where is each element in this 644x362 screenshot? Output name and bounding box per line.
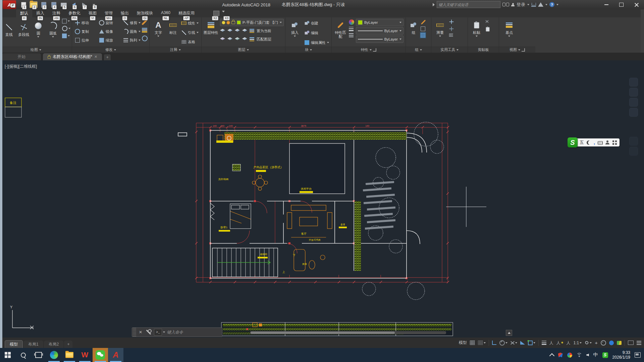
cut-icon[interactable] (486, 20, 489, 23)
graphics-performance-icon[interactable] (617, 341, 622, 345)
ribbon-tab-4[interactable]: 视图VI (85, 9, 101, 17)
edit-block-button[interactable]: 编辑 (304, 28, 329, 37)
clean-screen-icon[interactable] (628, 341, 634, 345)
rectangle-button[interactable] (62, 19, 70, 23)
dimension-button[interactable]: 标注 (166, 19, 180, 35)
id-point-icon[interactable] (449, 20, 454, 24)
polyline-button[interactable]: 多段线 (17, 21, 30, 37)
wps-taskbar-icon[interactable]: W (77, 348, 93, 362)
tray-expand-icon[interactable] (549, 353, 554, 358)
command-history-button[interactable] (506, 330, 512, 336)
customization-menu-icon[interactable] (637, 341, 641, 345)
command-line[interactable]: ✕ >_ (132, 327, 222, 337)
sogou-punct-icon[interactable]: , (594, 140, 595, 145)
color-wheel-icon[interactable] (349, 19, 354, 25)
group-button[interactable]: 组 (408, 19, 419, 35)
panel-label-annotate[interactable]: 注释 (150, 47, 201, 53)
panel-label-layers[interactable]: 图层 (202, 47, 285, 53)
match-layer-button[interactable]: 匹配图层 (257, 37, 271, 42)
layout-tab-0[interactable]: 模型 (5, 340, 23, 348)
taskbar-clock[interactable]: 9:33 2026/1/19 (612, 350, 630, 360)
ribbon-tab-7[interactable]: 附加模块Gi (133, 9, 157, 17)
leader-button[interactable]: 引线 (181, 28, 199, 37)
close-button[interactable] (629, 0, 644, 9)
search-icon[interactable] (502, 3, 509, 6)
measure-button[interactable]: 测量 (433, 19, 447, 37)
maximize-button[interactable] (614, 0, 629, 9)
panel-label-draw[interactable]: 绘图 (0, 47, 72, 53)
layer-freeze-icon[interactable] (235, 29, 240, 33)
panel-label-groups[interactable]: 组 (406, 47, 431, 53)
wifi-icon[interactable] (577, 353, 582, 357)
ellipse-button[interactable] (62, 26, 70, 31)
command-line-close-icon[interactable]: ✕ (137, 330, 144, 335)
ungroup-icon[interactable] (421, 20, 426, 24)
a360-caret-icon[interactable] (545, 4, 547, 5)
layer-lock-tool-icon[interactable] (242, 29, 247, 33)
arc-button[interactable]: 圆弧 (47, 19, 59, 38)
autocad-taskbar-icon[interactable]: A (108, 348, 123, 362)
sogou-tray-icon[interactable]: S (602, 352, 608, 358)
viewport-controls[interactable]: [-][俯视][二维线框] (5, 64, 37, 69)
base-button[interactable]: 基点 (502, 19, 516, 37)
object-snap-tracking-icon[interactable] (520, 341, 525, 345)
hardware-acceleration-icon[interactable] (609, 341, 614, 345)
layer-isolate-icon[interactable] (227, 29, 232, 33)
navbar-extra1-icon[interactable] (629, 137, 638, 145)
tray-pinwheel-icon[interactable] (567, 353, 572, 358)
polar-tracking-icon[interactable] (499, 340, 507, 346)
panel-label-block[interactable]: 块 (285, 47, 331, 53)
help-icon[interactable]: ? (549, 2, 554, 7)
wechat-taskbar-icon[interactable] (93, 348, 108, 362)
create-block-button[interactable]: 创建 (304, 19, 329, 27)
panel-label-modify[interactable]: 修改 (72, 47, 149, 53)
table-button[interactable]: 表格 (181, 38, 199, 46)
paste-button[interactable]: 粘贴 (471, 19, 483, 37)
isolate-objects-icon[interactable] (601, 340, 606, 346)
ribbon-minimize-caret-icon[interactable] (222, 11, 225, 12)
annotation-autoscale-icon[interactable]: 人✱ (556, 341, 564, 345)
sogou-mode-label[interactable]: 五 (580, 139, 584, 145)
search-expand-icon[interactable] (433, 3, 435, 6)
panel-label-properties[interactable]: 特性 (332, 47, 406, 53)
copy-button[interactable]: 复制 (75, 27, 99, 36)
navbar-orbit-icon[interactable] (629, 108, 638, 117)
command-line-grip[interactable] (133, 328, 136, 337)
quick-select-icon[interactable] (449, 27, 454, 31)
layer-properties-button[interactable]: 图层特性 (204, 19, 218, 35)
ortho-mode-icon[interactable] (492, 341, 496, 345)
file-tab-close-icon[interactable]: ✕ (94, 55, 97, 59)
ribbon-tab-5[interactable]: 管理MA (101, 9, 117, 17)
annotation-scale-icon[interactable]: 人 (567, 341, 571, 345)
new-drawing-tab-button[interactable]: + (104, 54, 111, 60)
ribbon-tab-3[interactable]: 参数化PA (64, 9, 85, 17)
app-store-cart-icon[interactable] (531, 3, 536, 7)
ribbon-minimize-icon[interactable] (213, 11, 219, 16)
ribbon-tab-2[interactable]: 注释AN (48, 9, 64, 17)
object-snap-icon[interactable] (528, 341, 535, 345)
edge-taskbar-icon[interactable] (46, 348, 62, 362)
properties-dialog-launcher[interactable] (373, 48, 376, 52)
drawing-canvas[interactable]: [-][俯视][二维线框] 备注 (0, 60, 644, 338)
isometric-drafting-icon[interactable] (511, 341, 517, 345)
layer-off-icon[interactable] (220, 29, 225, 33)
file-tab-start[interactable]: 开始 (2, 53, 41, 60)
tray-security-icon[interactable] (558, 353, 563, 357)
explode-icon[interactable] (142, 28, 147, 33)
navbar-fullnav-icon[interactable] (629, 78, 638, 86)
customization-plus-icon[interactable]: + (595, 341, 598, 345)
horizontal-scrollbar[interactable] (250, 331, 446, 334)
ribbon-tab-1[interactable]: 插入IN (32, 9, 48, 17)
annotation-scale-value[interactable]: 1:1 (574, 341, 582, 345)
command-input[interactable] (165, 330, 222, 335)
layout-tab-2[interactable]: 布局2 (44, 341, 64, 348)
snap-mode-icon[interactable] (470, 341, 475, 345)
sign-in-button[interactable]: 登录 (517, 2, 525, 8)
view-dialog-launcher[interactable] (522, 48, 525, 52)
quick-calc-icon[interactable] (449, 34, 453, 37)
scrollbar-thumb[interactable] (251, 331, 395, 334)
a360-icon[interactable] (538, 2, 543, 7)
layer-on-all-icon[interactable] (235, 37, 240, 41)
lineweight-dropdown[interactable]: ByLayer (356, 27, 404, 35)
new-layout-button[interactable]: + (64, 341, 72, 348)
